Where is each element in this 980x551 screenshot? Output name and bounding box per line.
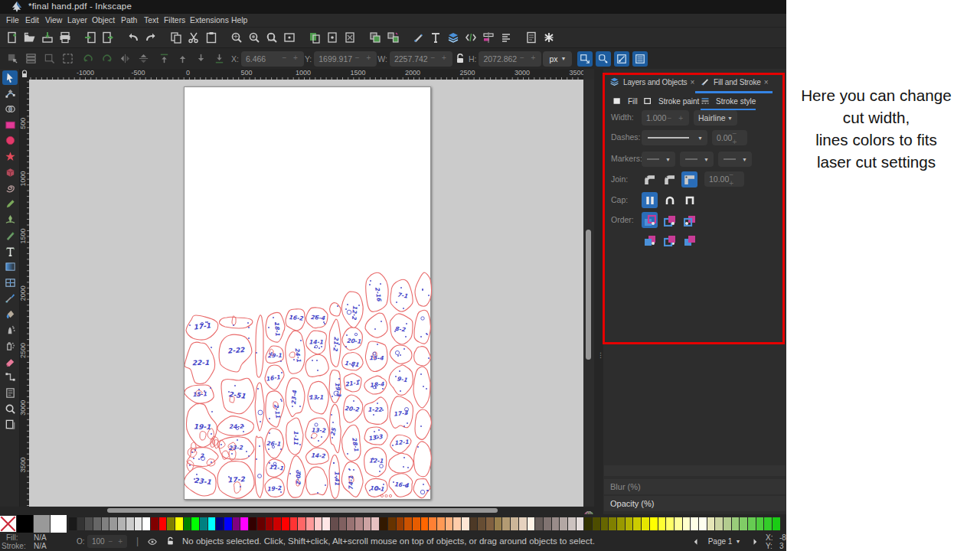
- palette-swatch[interactable]: [224, 517, 232, 530]
- palette-swatch[interactable]: [528, 517, 535, 530]
- palette-swatch[interactable]: [446, 517, 453, 530]
- save-document-button[interactable]: [41, 31, 54, 44]
- palette-swatch[interactable]: [216, 517, 224, 530]
- palette-swatch[interactable]: [200, 517, 207, 530]
- coord-field-h[interactable]: 2072.862− +: [479, 51, 541, 67]
- palette-swatch[interactable]: [732, 517, 740, 530]
- deselect-button[interactable]: [43, 52, 56, 65]
- palette-swatch[interactable]: [102, 517, 109, 530]
- document-properties-button[interactable]: [524, 31, 537, 44]
- layers-dialog-button[interactable]: [446, 31, 459, 44]
- marker-dropdown[interactable]: ▼: [642, 152, 675, 167]
- order-sfm-button[interactable]: [662, 212, 678, 228]
- palette-swatch[interactable]: [339, 517, 347, 530]
- palette-swatch[interactable]: [568, 517, 576, 530]
- scale-rounded-corners-toggle[interactable]: [596, 51, 611, 67]
- spinner-buttons[interactable]: − +: [668, 114, 685, 122]
- palette-swatch[interactable]: [257, 517, 265, 530]
- lower-bottom-button[interactable]: [213, 52, 226, 65]
- coord-field-w[interactable]: 2257.742− +: [390, 51, 452, 67]
- palette-swatch[interactable]: [93, 517, 101, 530]
- zoom-drawing-button[interactable]: [247, 31, 260, 44]
- next-page-button[interactable]: [750, 537, 760, 546]
- dash-pattern-dropdown[interactable]: ▼: [642, 130, 707, 145]
- preferences-button[interactable]: [542, 31, 555, 44]
- coord-field-y[interactable]: 1699.917− +: [314, 51, 377, 67]
- palette-swatch[interactable]: [675, 517, 682, 530]
- horizontal-scrollbar-thumb[interactable]: [107, 508, 498, 513]
- open-document-button[interactable]: [23, 31, 36, 44]
- palette-swatch[interactable]: [486, 517, 494, 530]
- clone-button[interactable]: [325, 31, 338, 44]
- tool-dropper[interactable]: [2, 291, 18, 305]
- order-smf-button[interactable]: [662, 232, 678, 248]
- fill-stroke-dialog-button[interactable]: [411, 31, 424, 44]
- horizontal-scrollbar[interactable]: [0, 507, 603, 514]
- join-miter-button[interactable]: [681, 171, 697, 187]
- palette-swatch[interactable]: [159, 517, 167, 530]
- cap-round-button[interactable]: [662, 192, 678, 208]
- palette-swatch[interactable]: [142, 517, 150, 530]
- close-icon[interactable]: ×: [764, 78, 769, 86]
- document-page[interactable]: 23-1219-115-122-117-117-223-224-22-512-2…: [184, 86, 431, 500]
- subtab-fill[interactable]: Fill: [612, 94, 638, 108]
- xml-editor-button[interactable]: [464, 31, 477, 44]
- tool-text[interactable]: [2, 244, 18, 259]
- palette-swatch[interactable]: [233, 517, 240, 530]
- menu-file[interactable]: File: [6, 15, 19, 26]
- palette-swatch[interactable]: [109, 517, 117, 530]
- palette-swatch[interactable]: [85, 517, 93, 530]
- text-dialog-button[interactable]: [429, 31, 442, 44]
- palette-swatch[interactable]: [552, 517, 560, 530]
- vertical-scrollbar-thumb[interactable]: [586, 230, 591, 360]
- coord-field-x[interactable]: 6.466− +: [241, 51, 304, 67]
- palette-swatch[interactable]: [355, 517, 363, 530]
- export-button[interactable]: [101, 31, 114, 44]
- palette-swatch[interactable]: [748, 517, 756, 530]
- palette-swatch[interactable]: [77, 517, 85, 530]
- palette-swatch[interactable]: [544, 517, 551, 530]
- tool-gradient[interactable]: [2, 259, 18, 274]
- palette-swatch[interactable]: [584, 517, 592, 530]
- palette-swatch[interactable]: [298, 517, 305, 530]
- palette-swatch[interactable]: [380, 517, 387, 530]
- menu-edit[interactable]: Edit: [25, 15, 39, 26]
- palette-swatch[interactable]: [495, 517, 502, 530]
- selection-cue-button[interactable]: [61, 52, 74, 65]
- palette-swatch[interactable]: [691, 517, 698, 530]
- select-all-layers-button[interactable]: [24, 52, 38, 65]
- palette-swatch[interactable]: [666, 517, 674, 530]
- tool-rectangle[interactable]: [2, 118, 18, 132]
- spinner-buttons[interactable]: − +: [282, 54, 299, 62]
- tool-pen[interactable]: [2, 212, 18, 227]
- flip-horizontal-button[interactable]: [119, 52, 132, 65]
- subtab-stroke-paint[interactable]: Stroke paint: [643, 94, 699, 108]
- menu-object[interactable]: Object: [92, 15, 115, 26]
- menu-text[interactable]: Text: [144, 15, 158, 26]
- palette-swatch[interactable]: [577, 517, 584, 530]
- cap-butt-button[interactable]: [642, 192, 658, 208]
- palette-swatch[interactable]: [388, 517, 396, 530]
- new-document-button[interactable]: [5, 31, 18, 44]
- palette-swatch[interactable]: [191, 517, 199, 530]
- undo-button[interactable]: [126, 31, 139, 44]
- tool-eraser[interactable]: [2, 354, 18, 369]
- ungroup-button[interactable]: [386, 31, 399, 44]
- palette-swatch[interactable]: [429, 517, 436, 530]
- palette-swatch[interactable]: [273, 517, 281, 530]
- palette-none-swatch[interactable]: [0, 515, 16, 533]
- palette-swatch[interactable]: [404, 517, 412, 530]
- palette-swatch[interactable]: [135, 517, 142, 530]
- units-dropdown[interactable]: px▼: [543, 51, 572, 67]
- menu-extensions[interactable]: Extensions: [190, 15, 229, 26]
- palette-swatch[interactable]: [413, 517, 420, 530]
- palette-swatch[interactable]: [421, 517, 429, 530]
- palette-swatch[interactable]: [626, 517, 633, 530]
- redo-button[interactable]: [144, 31, 157, 44]
- palette-swatch[interactable]: [519, 517, 527, 530]
- select-all-button[interactable]: [6, 52, 19, 65]
- paste-button[interactable]: [204, 31, 217, 44]
- layer-lock-icon[interactable]: [165, 536, 175, 547]
- tool-spiral[interactable]: [2, 181, 18, 195]
- palette-swatch[interactable]: [601, 517, 609, 530]
